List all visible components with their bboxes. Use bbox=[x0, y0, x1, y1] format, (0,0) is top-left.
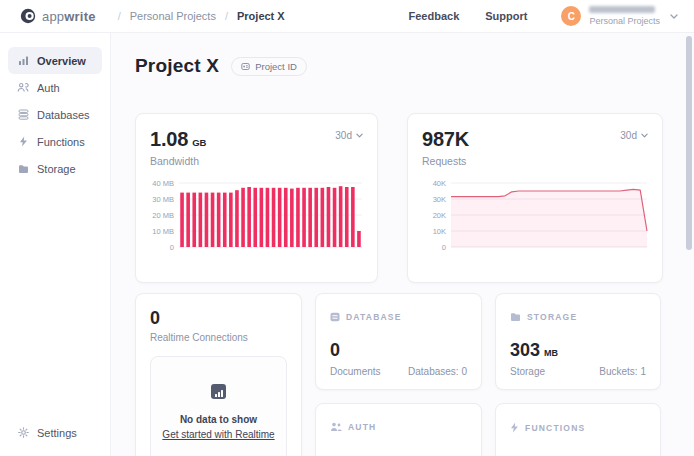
svg-text:20K: 20K bbox=[433, 211, 446, 220]
auth-tag: AUTH bbox=[348, 422, 376, 432]
functions-card: FUNCTIONS bbox=[495, 403, 661, 456]
sidebar-item-settings[interactable]: Settings bbox=[8, 419, 102, 446]
svg-text:20 MB: 20 MB bbox=[152, 211, 174, 220]
requests-range-dropdown[interactable]: 30d bbox=[620, 130, 648, 141]
sidebar-item-databases[interactable]: Databases bbox=[8, 101, 102, 128]
svg-text:10 MB: 10 MB bbox=[152, 227, 174, 236]
sidebar-item-functions[interactable]: Functions bbox=[8, 128, 102, 155]
buckets-meta: Buckets: 1 bbox=[599, 366, 646, 377]
account-menu[interactable]: C Personal Projects bbox=[561, 6, 678, 26]
id-badge-icon bbox=[241, 62, 250, 71]
sidebar-item-label: Databases bbox=[37, 109, 90, 121]
svg-text:0: 0 bbox=[170, 243, 174, 252]
appwrite-console: appwrite / Personal Projects / Project X… bbox=[0, 0, 694, 456]
bandwidth-range-dropdown[interactable]: 30d bbox=[335, 130, 363, 141]
storage-label: Storage bbox=[510, 366, 545, 377]
usage-cards-row: 1.08 GB Bandwidth 30d 010 MB20 MB30 MB40… bbox=[135, 113, 694, 283]
realtime-label: Realtime Connections bbox=[150, 332, 287, 343]
header-actions: Feedback Support C Personal Projects bbox=[383, 6, 678, 26]
auth-tag-icon bbox=[330, 422, 342, 432]
sidebar-item-label: Auth bbox=[37, 82, 60, 94]
storage-tag: STORAGE bbox=[527, 312, 577, 322]
sidebar-item-label: Functions bbox=[37, 136, 85, 148]
bandwidth-bar-chart: 010 MB20 MB30 MB40 MB bbox=[150, 176, 365, 260]
sidebar-item-label: Settings bbox=[37, 427, 77, 439]
logo-wordmark: appwrite bbox=[42, 9, 96, 24]
no-data-chart-icon bbox=[211, 384, 226, 399]
storage-card: STORAGE 303 MB Storage Buckets: 1 bbox=[495, 293, 661, 390]
sidebar-item-auth[interactable]: Auth bbox=[8, 74, 102, 101]
breadcrumb: / Personal Projects / Project X bbox=[118, 10, 285, 22]
sidebar: Overview Auth Databases Functions Storag… bbox=[0, 33, 111, 456]
top-header: appwrite / Personal Projects / Project X… bbox=[0, 0, 694, 33]
functions-tag: FUNCTIONS bbox=[525, 423, 585, 433]
realtime-count: 0 bbox=[150, 308, 287, 329]
no-data-title: No data to show bbox=[180, 414, 257, 425]
svg-text:10K: 10K bbox=[433, 227, 446, 236]
project-id-badge-label: Project ID bbox=[255, 61, 297, 72]
project-id-badge[interactable]: Project ID bbox=[231, 57, 307, 76]
requests-label: Requests bbox=[422, 155, 469, 167]
realtime-card: 0 Realtime Connections No data to show G… bbox=[135, 293, 302, 456]
sidebar-item-label: Storage bbox=[37, 163, 76, 175]
databases-meta: Databases: 0 bbox=[408, 366, 467, 377]
user-organization: Personal Projects bbox=[589, 16, 660, 26]
chevron-down-icon bbox=[356, 133, 363, 138]
database-icon bbox=[17, 109, 29, 120]
documents-count: 0 bbox=[330, 340, 467, 361]
page-title: Project X bbox=[135, 55, 219, 77]
user-name-redacted bbox=[589, 6, 655, 13]
bandwidth-card: 1.08 GB Bandwidth 30d 010 MB20 MB30 MB40… bbox=[135, 113, 378, 283]
svg-text:30K: 30K bbox=[433, 195, 446, 204]
main-content: Project X Project ID 1.08 GB Bandwidth bbox=[111, 33, 694, 456]
page-title-row: Project X Project ID bbox=[135, 55, 694, 77]
vertical-scrollbar-thumb[interactable] bbox=[686, 36, 692, 250]
bandwidth-label: Bandwidth bbox=[150, 155, 206, 167]
feedback-link[interactable]: Feedback bbox=[409, 10, 460, 22]
bandwidth-value: 1.08 GB bbox=[150, 128, 206, 151]
sidebar-item-label: Overview bbox=[37, 55, 86, 67]
appwrite-logo[interactable]: appwrite bbox=[20, 8, 96, 24]
sidebar-item-overview[interactable]: Overview bbox=[8, 47, 102, 74]
requests-card: 987K Requests 30d 010K20K30K40K bbox=[407, 113, 663, 283]
svg-text:30 MB: 30 MB bbox=[152, 195, 174, 204]
breadcrumb-org[interactable]: Personal Projects bbox=[130, 10, 216, 22]
database-card: DATABASE 0 Documents Databases: 0 bbox=[315, 293, 482, 390]
sidebar-item-storage[interactable]: Storage bbox=[8, 155, 102, 182]
requests-value: 987K bbox=[422, 128, 469, 151]
requests-line-chart: 010K20K30K40K bbox=[422, 176, 650, 260]
svg-text:0: 0 bbox=[442, 243, 446, 252]
svg-text:40K: 40K bbox=[433, 179, 446, 188]
auth-card: AUTH bbox=[315, 403, 482, 456]
users-icon bbox=[17, 82, 29, 93]
get-started-realtime-link[interactable]: Get started with Realtime bbox=[162, 429, 274, 440]
lightning-icon bbox=[17, 136, 29, 147]
database-tag: DATABASE bbox=[346, 312, 402, 322]
support-link[interactable]: Support bbox=[485, 10, 527, 22]
breadcrumb-project[interactable]: Project X bbox=[237, 10, 285, 22]
service-cards-grid: DATABASE 0 Documents Databases: 0 STORAG… bbox=[135, 293, 694, 456]
storage-tag-icon bbox=[510, 312, 521, 322]
avatar: C bbox=[561, 6, 581, 26]
chevron-down-icon bbox=[641, 133, 648, 138]
chevron-down-icon bbox=[670, 14, 678, 19]
realtime-empty-state: No data to show Get started with Realtim… bbox=[150, 356, 287, 456]
appwrite-logo-icon bbox=[20, 8, 36, 24]
gear-icon bbox=[17, 427, 29, 438]
storage-size: 303 MB bbox=[510, 340, 646, 361]
documents-label: Documents bbox=[330, 366, 381, 377]
breadcrumb-separator: / bbox=[118, 10, 121, 22]
functions-tag-icon bbox=[510, 422, 519, 433]
database-tag-icon bbox=[330, 312, 340, 322]
breadcrumb-separator: / bbox=[225, 10, 228, 22]
folder-icon bbox=[17, 164, 29, 174]
bar-chart-icon bbox=[17, 55, 29, 66]
svg-text:40 MB: 40 MB bbox=[152, 179, 174, 188]
